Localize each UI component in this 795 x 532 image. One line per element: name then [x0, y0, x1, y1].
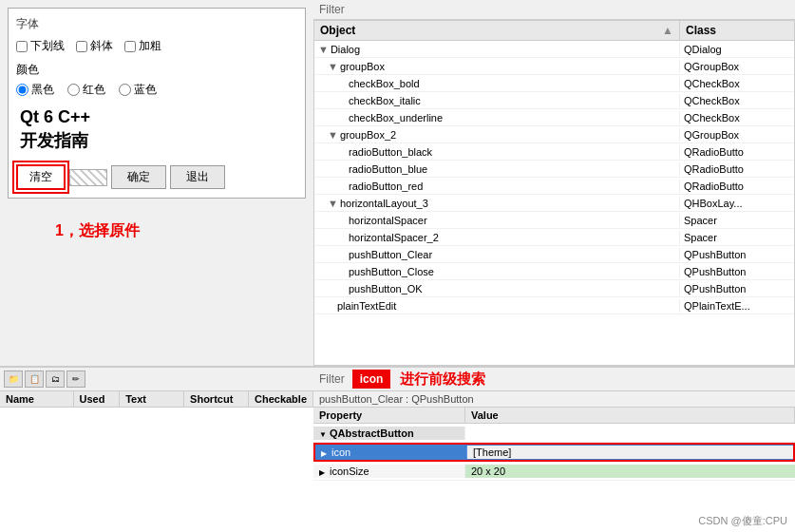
tree-rows-container: ▼ DialogQDialog▼ groupBoxQGroupBoxcheckB… [314, 41, 794, 314]
bottom-filter-label: Filter [319, 372, 345, 386]
iconsize-prop-value: 20 x 20 [465, 465, 795, 478]
icon-expand-icon: ▶ [321, 449, 329, 458]
tree-row[interactable]: checkBox_italicQCheckBox [314, 92, 794, 109]
tree-row[interactable]: pushButton_ClearQPushButton [314, 246, 794, 263]
bottom-left: 📁 📋 🗂 ✏ Name Used Text Shortcut Checkabl… [0, 368, 313, 532]
tree-row-class: Spacer [680, 214, 794, 227]
color-title: 颜色 [16, 62, 297, 78]
iconsize-prop-name: ▶ iconSize [313, 465, 465, 478]
class-header-label: Class [686, 24, 716, 37]
tree-row-class: QRadioButto [680, 145, 794, 159]
blue-label: 蓝色 [134, 82, 157, 98]
tree-row-object: checkBox_underline [314, 111, 680, 124]
tree-row-class: QCheckBox [680, 111, 794, 124]
toolbar-btn-4[interactable]: ✏ [66, 370, 85, 388]
color-section: 颜色 黑色 红色 蓝色 [16, 62, 297, 98]
bold-label: 加粗 [139, 38, 161, 54]
tree-row[interactable]: ▼ groupBoxQGroupBox [314, 58, 794, 75]
clear-button[interactable]: 清空 [16, 164, 66, 190]
black-label: 黑色 [31, 82, 54, 98]
bottom-section: 📁 📋 🗂 ✏ Name Used Text Shortcut Checkabl… [0, 366, 795, 532]
exit-button[interactable]: 退出 [170, 165, 225, 189]
tree-row[interactable]: radioButton_blackQRadioButto [314, 143, 794, 161]
tree-row[interactable]: plainTextEditQPlainTextE... [314, 297, 794, 314]
tree-row-object: plainTextEdit [314, 299, 680, 313]
expand-icon[interactable]: ▼ [328, 129, 338, 141]
tree-row-name: groupBox_2 [340, 129, 396, 141]
text-col-header: Text [120, 391, 184, 407]
tree-row[interactable]: pushButton_OKQPushButton [314, 280, 794, 297]
object-header-label: Object [320, 24, 355, 37]
object-col-header: Object ▲ [314, 21, 680, 40]
tree-row-class: QGroupBox [680, 60, 794, 73]
preview-text: Qt 6 C++ 开发指南 [16, 98, 297, 161]
used-col-header: Used [74, 391, 121, 407]
radio-row: 黑色 红色 蓝色 [16, 82, 297, 98]
tree-row-class: QCheckBox [680, 77, 794, 90]
italic-checkbox-item[interactable]: 斜体 [76, 38, 113, 54]
tree-row-class: QPushButton [680, 248, 794, 261]
tree-row[interactable]: radioButton_blueQRadioButto [314, 161, 794, 178]
tree-row-object: ▼ horizontalLayout_3 [314, 197, 680, 210]
tree-row-object: ▼ Dialog [314, 43, 680, 56]
iconsize-prop-row[interactable]: ▶ iconSize 20 x 20 [313, 462, 795, 481]
prop-header: Property Value [313, 408, 795, 424]
left-panel: 字体 下划线 斜体 加粗 颜色 [0, 0, 313, 366]
tree-row[interactable]: horizontalSpacer_2Spacer [314, 229, 794, 246]
tree-header: Object ▲ Class [314, 21, 794, 41]
tree-row-object: horizontalSpacer [314, 214, 680, 227]
checkbox-row: 下划线 斜体 加粗 [16, 38, 297, 54]
toolbar-row: 📁 📋 🗂 ✏ [0, 368, 313, 391]
icon-prop-value: [Theme] [467, 446, 793, 459]
watermark: CSDN @傻童:CPU [698, 514, 787, 528]
tree-row-name: horizontalSpacer_2 [349, 232, 439, 243]
black-radio[interactable] [16, 84, 28, 96]
confirm-button[interactable]: 确定 [111, 165, 166, 189]
advance-search-label: 进行前级搜索 [400, 370, 485, 389]
blue-radio[interactable] [119, 84, 131, 96]
expand-icon[interactable]: ▼ [318, 44, 329, 55]
red-radio-item[interactable]: 红色 [67, 82, 105, 98]
expand-icon[interactable]: ▼ [328, 198, 338, 209]
blue-radio-item[interactable]: 蓝色 [119, 82, 157, 98]
right-panel: Filter Object ▲ Class ▼ DialogQDialog▼ g… [313, 0, 795, 366]
black-radio-item[interactable]: 黑色 [16, 82, 54, 98]
tree-row-name: checkBox_italic [349, 95, 421, 106]
tree-row-class: QGroupBox [680, 128, 794, 142]
underline-checkbox[interactable] [16, 41, 28, 52]
expand-icon[interactable]: ▼ [328, 61, 338, 72]
icon-prop-row[interactable]: ▶ icon [Theme] [313, 443, 795, 462]
tree-row[interactable]: pushButton_CloseQPushButton [314, 263, 794, 280]
red-radio[interactable] [67, 84, 80, 96]
bold-checkbox-item[interactable]: 加粗 [124, 38, 161, 54]
tree-row[interactable]: radioButton_redQRadioButto [314, 178, 794, 195]
tree-row-object: checkBox_italic [314, 94, 680, 107]
tree-row-name: Dialog [331, 44, 360, 55]
tree-row-object: horizontalSpacer_2 [314, 231, 680, 244]
bold-checkbox[interactable] [124, 41, 136, 52]
toolbar-btn-2[interactable]: 📋 [25, 370, 44, 388]
italic-label: 斜体 [90, 38, 113, 54]
tree-row[interactable]: ▼ horizontalLayout_3QHBoxLay... [314, 195, 794, 212]
tree-row-class: QRadioButto [680, 180, 794, 193]
tree-row-object: pushButton_Clear [314, 248, 680, 261]
tree-row[interactable]: ▼ DialogQDialog [314, 41, 794, 58]
icon-highlight: icon [352, 370, 391, 389]
toolbar-btn-3[interactable]: 🗂 [46, 370, 65, 388]
toolbar-btn-1[interactable]: 📁 [4, 370, 23, 388]
abstract-button-value [465, 432, 795, 434]
expand-icon: ▼ [319, 430, 327, 439]
tree-row[interactable]: horizontalSpacerSpacer [314, 212, 794, 229]
tree-row[interactable]: checkBox_underlineQCheckBox [314, 109, 794, 126]
tree-row[interactable]: checkBox_boldQCheckBox [314, 75, 794, 92]
tree-row-object: pushButton_Close [314, 265, 680, 278]
tree-row-name: groupBox [340, 61, 385, 72]
tree-row-name: radioButton_black [349, 146, 432, 158]
tree-row-object: ▼ groupBox_2 [314, 128, 680, 142]
bottom-table: Name Used Text Shortcut Checkable [0, 391, 313, 532]
tree-row[interactable]: ▼ groupBox_2QGroupBox [314, 126, 794, 143]
class-col-header: Class [680, 21, 794, 40]
name-col-header: Name [0, 391, 74, 407]
italic-checkbox[interactable] [76, 41, 87, 52]
underline-checkbox-item[interactable]: 下划线 [16, 38, 65, 54]
